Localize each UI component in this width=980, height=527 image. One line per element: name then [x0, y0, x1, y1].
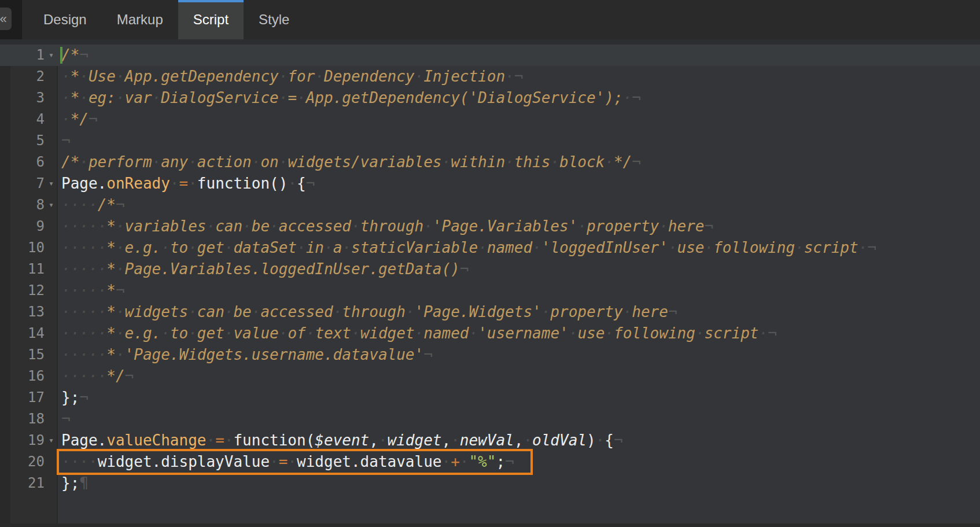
token-inv: ¬: [668, 303, 677, 320]
whitespace-dot: ·: [152, 89, 161, 106]
whitespace-dot: ·: [79, 218, 89, 235]
code-line-text: Page.valueChange·=·function($event,·widg…: [58, 430, 980, 451]
code-line[interactable]: 16·····*/¬: [0, 366, 980, 387]
horizontal-scrollbar-track[interactable]: [0, 524, 980, 527]
whitespace-dot: ·: [469, 325, 478, 342]
whitespace-dot: ·: [61, 346, 71, 363]
code-line[interactable]: 15·····*·'Page.Widgets.username.datavalu…: [0, 344, 980, 366]
whitespace-dot: ·: [270, 218, 279, 235]
code-line[interactable]: 3·*·eg:·var·DialogService·=·App.getDepen…: [0, 87, 980, 109]
token-inv: ¶: [79, 474, 89, 492]
code-line[interactable]: 9·····*·variables·can·be·accessed·throug…: [0, 216, 980, 237]
code-line-text: ·····*¬: [58, 280, 980, 301]
whitespace-dot: ·: [116, 68, 125, 85]
whitespace-dot: ·: [297, 89, 306, 106]
whitespace-dot: ·: [89, 282, 98, 299]
line-number: 12: [0, 280, 45, 301]
line-number: 10: [0, 237, 45, 259]
code-line-text: /*·perform·any·action·on·widgets/variabl…: [58, 152, 980, 173]
code-line[interactable]: 11·····*·Page.Variables.loggedInUser.get…: [0, 259, 980, 280]
whitespace-dot: ·: [188, 325, 197, 342]
whitespace-dot: ·: [451, 432, 460, 449]
code-line[interactable]: 21};¶: [0, 473, 980, 494]
token-inv: ¬: [514, 68, 524, 85]
whitespace-dot: ·: [79, 260, 89, 278]
fold-gutter: [45, 66, 58, 87]
line-number: 11: [0, 259, 45, 280]
line-number: 17: [0, 387, 45, 408]
code-line[interactable]: 20····widget.displayValue·=·widget.datav…: [0, 451, 980, 473]
whitespace-dot: ·: [61, 110, 71, 128]
token-inv: ¬: [306, 175, 315, 192]
token-inv: ¬: [614, 432, 623, 449]
whitespace-dot: ·: [79, 303, 89, 320]
whitespace-dot: ·: [61, 260, 71, 278]
code-line[interactable]: 1▾/*¬: [0, 45, 980, 66]
whitespace-dot: ·: [161, 325, 170, 342]
whitespace-dot: ·: [297, 239, 306, 256]
line-number: 18: [0, 408, 45, 430]
fold-gutter: [45, 259, 58, 280]
token-inv: ¬: [79, 46, 89, 64]
code-line[interactable]: 8▾····/*¬: [0, 194, 980, 216]
code-line[interactable]: 5¬: [0, 130, 980, 152]
fold-gutter: [45, 323, 58, 344]
whitespace-dot: ·: [98, 367, 107, 385]
token-pln: Page.: [61, 175, 106, 192]
code-line[interactable]: 18¬: [0, 408, 980, 430]
line-number: 6: [0, 152, 45, 173]
whitespace-dot: ·: [61, 303, 71, 320]
code-line[interactable]: 14·····*·e.g.·to·get·value·of·text·widge…: [0, 323, 980, 344]
fold-gutter: [45, 387, 58, 408]
double-chevron-left-icon: «: [0, 12, 7, 26]
fold-arrow-icon[interactable]: ▾: [45, 173, 58, 194]
whitespace-dot: ·: [61, 89, 71, 106]
whitespace-dot: ·: [79, 239, 89, 256]
token-pln: )·{: [587, 432, 614, 449]
whitespace-dot: ·: [89, 367, 98, 385]
whitespace-dot: ·: [224, 325, 234, 342]
code-line-text: ·····*·e.g.·to·get·value·of·text·widget·…: [58, 323, 980, 344]
whitespace-dot: ·: [668, 239, 677, 256]
whitespace-dot: ·: [61, 239, 71, 256]
code-line[interactable]: 2·*·Use·App.getDependency·for·Dependency…: [0, 66, 980, 87]
whitespace-dot: ·: [206, 218, 215, 235]
whitespace-dot: ·: [333, 303, 342, 320]
tab-design[interactable]: Design: [28, 0, 102, 39]
code-line[interactable]: 12·····*¬: [0, 280, 980, 301]
whitespace-dot: ·: [279, 325, 288, 342]
code-line[interactable]: 13·····*·widgets·can·be·accessed·through…: [0, 301, 980, 323]
code-line[interactable]: 7▾Page.onReady·=·function()·{¬: [0, 173, 980, 194]
fold-arrow-icon[interactable]: ▾: [45, 430, 58, 451]
code-line[interactable]: 6/*·perform·any·action·on·widgets/variab…: [0, 152, 980, 173]
whitespace-dot: ·: [61, 367, 71, 385]
whitespace-dot: ·: [415, 68, 424, 85]
token-str: "%": [469, 453, 496, 470]
whitespace-dot: ·: [279, 153, 288, 171]
code-line-text: ·*·eg:·var·DialogService·=·App.getDepend…: [58, 87, 980, 109]
code-line[interactable]: 17};¬: [0, 387, 980, 408]
code-line[interactable]: 19▾Page.valueChange·=·function($event,·w…: [0, 430, 980, 451]
token-param: newVal: [460, 432, 514, 449]
token-com: ·*/: [61, 110, 89, 128]
fold-arrow-icon[interactable]: ▾: [45, 45, 58, 66]
whitespace-dot: ·: [98, 303, 107, 320]
tab-markup[interactable]: Markup: [102, 0, 178, 39]
whitespace-dot: ·: [795, 239, 804, 256]
code-line-text: ·····*·'Page.Widgets.username.datavalue'…: [58, 344, 980, 366]
whitespace-dot: ·: [224, 432, 234, 449]
whitespace-dot: ·: [242, 218, 252, 235]
whitespace-dot: ·: [605, 153, 614, 171]
fold-arrow-icon[interactable]: ▾: [45, 194, 58, 216]
code-editor[interactable]: 1▾/*¬2·*·Use·App.getDependency·for·Depen…: [0, 45, 980, 527]
whitespace-dot: ·: [71, 303, 80, 320]
code-line[interactable]: 10·····*·e.g.·to·get·dataSet·in·a·static…: [0, 237, 980, 259]
code-line-text: Page.onReady·=·function()·{¬: [58, 173, 980, 194]
collapse-panel-button[interactable]: «: [0, 8, 12, 30]
code-line[interactable]: 4·*/¬: [0, 109, 980, 130]
whitespace-dot: ·: [224, 303, 234, 320]
tab-script[interactable]: Script: [178, 0, 244, 39]
token-com: ····/*: [61, 196, 116, 213]
whitespace-dot: ·: [98, 239, 107, 256]
tab-style[interactable]: Style: [244, 0, 304, 39]
